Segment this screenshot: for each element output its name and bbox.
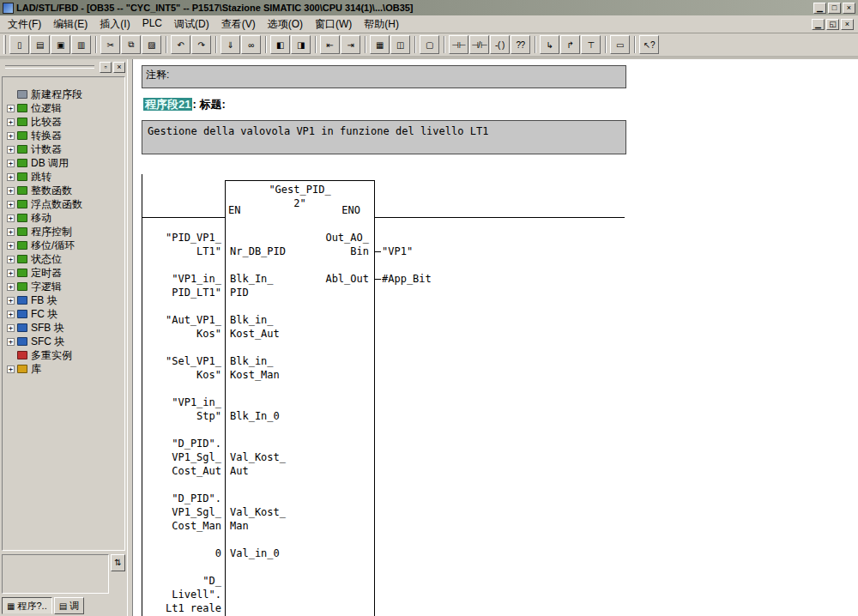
tree-item-shift-rotate[interactable]: + 移位/循环 [3, 239, 124, 252]
detail-listbox[interactable] [2, 554, 109, 594]
new-button[interactable]: ▯ [9, 35, 29, 54]
mdi-close-button[interactable]: × [841, 19, 854, 30]
tree-item-new-network[interactable]: 新建程序段 [3, 88, 124, 101]
expand-icon[interactable]: + [7, 242, 15, 250]
cut-button[interactable]: ✂ [100, 35, 120, 54]
expand-icon[interactable]: + [7, 311, 15, 318]
fbd-input-parameter[interactable]: Blk_in_ Kost_Aut [230, 313, 280, 341]
paste-button[interactable]: ▨ [142, 35, 161, 54]
fbd-input-operand[interactable]: "VP1_in_ PID_LT1" [137, 272, 221, 299]
fbd-input-parameter[interactable]: Blk_In_0 [230, 409, 280, 423]
tab-program-elements[interactable]: ▦ 程序?.. [2, 597, 52, 614]
fbd-input-operand[interactable]: "D_PID". VP1_Sgl_ Cost_Man [137, 492, 221, 533]
help-button[interactable]: ↖? [639, 35, 659, 54]
expand-icon[interactable]: + [7, 365, 15, 373]
contact-nc-button[interactable]: ⊣/⊢ [469, 35, 489, 54]
fbd-input-parameter[interactable]: Blk_in_ Kost_Man [230, 354, 280, 382]
fbd-output-operand[interactable]: "VP1" [382, 245, 413, 258]
expand-icon[interactable]: + [7, 118, 15, 126]
expand-icon[interactable]: + [7, 256, 15, 263]
tree-item-fc-blocks[interactable]: + FC 块 [3, 307, 124, 321]
expand-icon[interactable]: + [7, 173, 15, 181]
tree-item-comparator[interactable]: + 比较器 [3, 115, 124, 129]
redo-button[interactable]: ↷ [191, 35, 211, 54]
prev-network-button[interactable]: ⇤ [320, 35, 340, 54]
empty-box-button[interactable]: ?? [511, 35, 530, 54]
new-network-button[interactable]: ▢ [420, 35, 439, 54]
fbd-input-operand[interactable]: "VP1_in_ Stp" [137, 396, 221, 423]
maximize-button[interactable]: □ [828, 3, 841, 14]
network-view-button[interactable]: ▦ [370, 35, 390, 54]
contact-no-button[interactable]: ⊣⊢ [449, 35, 468, 54]
menu-view[interactable]: 查看(V) [215, 15, 262, 33]
expand-icon[interactable]: + [7, 214, 15, 222]
network-header[interactable]: 程序段21: 标题: [143, 97, 226, 112]
tree-item-sfc-blocks[interactable]: + SFC 块 [3, 335, 124, 348]
menu-help[interactable]: 帮助(H) [358, 15, 405, 33]
save-button[interactable]: ▣ [51, 35, 70, 54]
fbd-input-parameter[interactable]: Val_in_0 [230, 547, 280, 560]
expand-icon[interactable]: + [7, 269, 15, 277]
editor-canvas[interactable]: 注释: 程序段21: 标题: Gestione della valovola V… [133, 59, 858, 616]
next-network-button[interactable]: ⇥ [341, 35, 360, 54]
close-pane-button[interactable]: × [113, 62, 125, 73]
menu-edit[interactable]: 编辑(E) [47, 15, 94, 33]
expand-icon[interactable]: + [7, 228, 15, 236]
pane-splitter[interactable] [127, 59, 133, 616]
tab-call-structure[interactable]: ▤ 调 [54, 597, 84, 614]
coil-button[interactable]: -( ) [490, 35, 510, 54]
menu-options[interactable]: 选项(O) [262, 15, 309, 33]
toolbar-handle[interactable] [3, 35, 6, 54]
expand-icon[interactable]: + [7, 338, 15, 346]
tree-item-status-bits[interactable]: + 状态位 [3, 252, 124, 266]
fbd-input-parameter[interactable]: Nr_DB_PID [230, 245, 286, 258]
mdi-minimize-button[interactable]: ▁ [812, 19, 825, 30]
network-comment-box-prev[interactable]: 注释: [142, 65, 626, 88]
fbd-input-parameter[interactable]: Blk_In_ PID [230, 272, 274, 299]
download-button[interactable]: ⇓ [221, 35, 240, 54]
expand-icon[interactable]: + [7, 297, 15, 305]
expand-icon[interactable]: + [7, 283, 15, 291]
symbol-info-button[interactable]: ◧ [270, 35, 290, 54]
fbd-input-operand[interactable]: 0 [137, 547, 221, 560]
insert-box-button[interactable]: ▭ [610, 35, 630, 54]
connector-button[interactable]: ⊤ [581, 35, 601, 54]
expand-icon[interactable]: + [7, 160, 15, 167]
expand-icon[interactable]: + [7, 187, 15, 195]
menu-file[interactable]: 文件(F) [2, 15, 47, 33]
menu-window[interactable]: 窗口(W) [309, 15, 358, 33]
open-branch-button[interactable]: ↳ [540, 35, 559, 54]
fbd-output-operand[interactable]: #App_Bit [382, 272, 432, 286]
expand-icon[interactable]: + [7, 132, 15, 140]
tree-item-multi-instance[interactable]: 多重实例 [3, 348, 124, 362]
expand-icon[interactable]: + [7, 105, 15, 112]
tree-item-move[interactable]: + 移动 [3, 211, 124, 225]
tree-item-timers[interactable]: + 定时器 [3, 266, 124, 280]
menu-plc[interactable]: PLC [136, 15, 168, 33]
close-branch-button[interactable]: ↱ [560, 35, 580, 54]
updown-button[interactable]: ⇅ [111, 554, 125, 571]
dock-pane-button[interactable]: ▫ [100, 62, 112, 73]
fbd-en-pin[interactable]: EN [228, 205, 240, 216]
fbd-input-operand[interactable]: "D_PID". VP1_Sgl_ Cost_Aut [137, 437, 221, 478]
menu-debug[interactable]: 调试(D) [168, 15, 215, 33]
mdi-restore-button[interactable]: ◱ [826, 19, 839, 30]
fbd-input-operand[interactable]: "PID_VP1_ LT1" [137, 231, 221, 258]
tree-item-db-call[interactable]: + DB 调用 [3, 156, 124, 170]
network-comment-box[interactable]: Gestione della valovola VP1 in funzione … [142, 120, 626, 154]
close-button[interactable]: × [843, 3, 855, 14]
expand-icon[interactable] [7, 352, 15, 359]
fbd-input-operand[interactable]: "D_ Livell". Lt1 reale [137, 574, 221, 615]
fbd-input-operand[interactable]: "Sel_VP1_ Kos" [137, 354, 221, 382]
tree-item-fb-blocks[interactable]: + FB 块 [3, 293, 124, 307]
tree-item-jump[interactable]: + 跳转 [3, 170, 124, 184]
symbol-table-button[interactable]: ◨ [291, 35, 311, 54]
pane-grip[interactable] [5, 65, 94, 69]
tree-item-counter[interactable]: + 计数器 [3, 142, 124, 156]
fbd-input-parameter[interactable]: Val_Kost_ Man [230, 505, 286, 533]
expand-icon[interactable]: + [7, 324, 15, 332]
fbd-output-parameter[interactable]: Abl_Out [293, 272, 369, 286]
tree-item-float-math[interactable]: + 浮点数函数 [3, 197, 124, 211]
expand-icon[interactable] [7, 91, 15, 99]
print-button[interactable]: ▥ [71, 35, 91, 54]
